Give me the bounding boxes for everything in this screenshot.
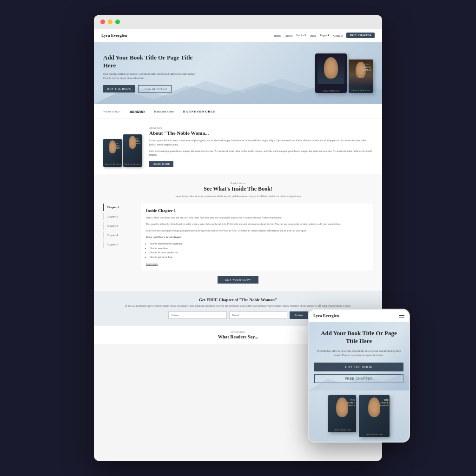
chapter-2-item[interactable]: Chapter 2 — [103, 213, 136, 220]
mobile-mockup: ▶ Lyra Everglen Add Your Book Title Or P… — [308, 309, 410, 443]
mobile-book-title-2: THENOBLEWOMAN — [379, 399, 389, 407]
chapter-content-hidden: This panel is hidden by default and reve… — [146, 222, 368, 226]
nav-free-chapter-button[interactable]: FREE CHAPTER — [346, 33, 375, 38]
bn-logo[interactable]: BARNES&NOBLE — [183, 110, 216, 113]
hero-subtitle: Orci dapibus ultrices in iaculis. Commod… — [103, 72, 196, 80]
nav-about[interactable]: About — [285, 34, 292, 37]
chapter-1-item[interactable]: Chapter 1 — [103, 204, 136, 211]
where-to-buy-section: Where to buy: amazon Rakuten kobo BARNES… — [94, 104, 382, 119]
chapter-content-intro: Write a short text about your tab that w… — [146, 216, 368, 220]
book-author-label: LYRA EVERGLEN — [349, 89, 373, 92]
browser-dot-yellow[interactable] — [108, 20, 112, 24]
learning-item-1: How to become more organized — [150, 242, 368, 246]
site-navigation: Lyra Everglen Home About Books ▾ Blog Pa… — [94, 29, 382, 42]
chapter-list: Chapter 1 Chapter 2 Chapter 3 Chapter 4 … — [103, 204, 136, 271]
svg-marker-2 — [309, 374, 409, 390]
tablet-author-label: LYRA EVERGLEN — [315, 90, 347, 92]
mobile-hero-title: Add Your Book Title Or Page Title Here — [314, 330, 403, 345]
signup-submit-button[interactable]: Submit — [290, 311, 308, 319]
book-tablet-cover: LYRA EVERGLEN — [315, 53, 347, 93]
mobile-book-cover-2: THENOBLEWOMAN LYRA EVERGLEN — [359, 395, 390, 437]
get-your-copy-button[interactable]: GET YOUR COPY — [218, 276, 258, 284]
nav-links: Home About Books ▾ Blog Pages ▾ Contact … — [274, 33, 375, 38]
hero-buttons: BUY THE BOOK FREE CHAPTER — [103, 85, 196, 93]
mobile-hero-text: Orci dapibus ultrices in iaculis. Commod… — [314, 349, 403, 358]
learn-more-link[interactable]: Learn more — [146, 263, 158, 265]
about-book-author-2: LYRA EVERGLEN — [123, 163, 142, 165]
hero-text-block: Add Your Book Title Or Page Title Here O… — [103, 54, 196, 93]
nav-books[interactable]: Books ▾ — [296, 33, 306, 37]
hamburger-line-2 — [399, 315, 404, 316]
about-title: About "The Noble Woma... — [149, 130, 373, 136]
signup-subtitle: If this is a prelaunch page or your prog… — [103, 304, 373, 308]
hamburger-line-1 — [399, 314, 404, 315]
chapter-content-nav: Tabs help users navigate through grouped… — [146, 229, 368, 233]
mobile-book-cover-1: THENOBLEWOMAN LYRA EVERGLEN — [328, 395, 356, 432]
mobile-mountain-background — [309, 372, 409, 390]
browser-dot-green[interactable] — [115, 20, 120, 24]
hamburger-menu[interactable] — [399, 314, 404, 318]
about-book-author: LYRA EVERGLEN — [103, 163, 122, 165]
nav-blog[interactable]: Blog — [310, 34, 316, 37]
what-you-learn-label: What you'll learn in this chapter: — [146, 235, 368, 239]
nav-home[interactable]: Home — [274, 34, 281, 37]
signup-email-input[interactable] — [229, 311, 288, 319]
about-book-small: THENOBLEWOMAN LYRA EVERGLEN — [103, 139, 122, 167]
browser-toolbar — [94, 15, 382, 29]
nav-contact[interactable]: Contact — [333, 34, 343, 37]
about-para-2: Cum sociis natoque penatibus et magnis d… — [149, 149, 373, 158]
free-chapter-button[interactable]: FREE CHAPTER — [138, 85, 172, 93]
amazon-logo[interactable]: amazon — [130, 109, 145, 114]
about-text-block: About book About "The Noble Woma... Lore… — [149, 126, 373, 167]
features-label: Book features — [103, 182, 373, 185]
hero-section: Add Your Book Title Or Page Title Here O… — [94, 42, 382, 104]
about-books-image: THENOBLEWOMAN LYRA EVERGLEN THENOBLEWOMA… — [103, 126, 142, 167]
mobile-book-author-2: LYRA EVERGLEN — [359, 433, 390, 436]
nav-pages[interactable]: Pages ▾ — [320, 33, 330, 37]
chapter-5-item[interactable]: Chapter 5 — [103, 241, 136, 248]
chapter-content-title: Inside Chapter 1 — [146, 208, 368, 213]
signup-name-input[interactable] — [168, 311, 227, 319]
learning-item-3: How to be more productive — [150, 251, 368, 255]
chapters-layout: Chapter 1 Chapter 2 Chapter 3 Chapter 4 … — [103, 204, 373, 271]
kobo-logo[interactable]: Rakuten kobo — [154, 110, 173, 113]
site-logo: Lyra Everglen — [101, 33, 127, 38]
features-subtitle: Lorem ipsum dolor sit amet, consectetur … — [103, 194, 373, 198]
chapter-content-panel: Inside Chapter 1 Write a short text abou… — [141, 204, 373, 271]
signup-title: Get FREE Chapter of "The Noble Woman" — [103, 298, 373, 302]
learning-list: How to become more organized How to save… — [146, 242, 368, 260]
mobile-buy-button[interactable]: BUY THE BOOK — [314, 363, 403, 371]
book-title-label: THENOBLEWOMAN — [362, 63, 371, 72]
browser-dot-red[interactable] — [100, 20, 105, 24]
where-to-buy-label: Where to buy: — [103, 110, 120, 113]
about-label: About book — [149, 126, 373, 129]
learn-more-button[interactable]: LEARN MORE — [149, 161, 173, 167]
buy-book-button[interactable]: BUY THE BOOK — [103, 85, 135, 93]
mobile-navigation: Lyra Everglen — [309, 310, 409, 322]
mobile-logo: Lyra Everglen — [313, 313, 339, 318]
about-book-title-2: THENOBLEWOMAN — [132, 138, 140, 145]
hero-title: Add Your Book Title Or Page Title Here — [103, 54, 196, 70]
about-para-1: Lorem ipsum dolor sit amet, consectetur … — [149, 139, 373, 147]
chapter-4-item[interactable]: Chapter 4 — [103, 231, 136, 239]
hero-book-covers: LYRA EVERGLEN THENOBLEWOMAN LYRA EVERGLE… — [315, 53, 373, 93]
learning-item-2: How to save time — [150, 246, 368, 251]
mobile-hero-section: Add Your Book Title Or Page Title Here O… — [309, 322, 409, 390]
signup-form: Submit — [168, 311, 308, 319]
hamburger-line-3 — [399, 317, 404, 318]
features-section: Book features See What's Inside The Book… — [94, 174, 382, 291]
learning-item-4: How to get more done — [150, 255, 368, 260]
chapter-3-item[interactable]: Chapter 3 — [103, 222, 136, 230]
website-content: Lyra Everglen Home About Books ▾ Blog Pa… — [94, 29, 382, 344]
book-print-cover: THENOBLEWOMAN LYRA EVERGLEN — [349, 60, 373, 93]
mobile-book-author-1: LYRA EVERGLEN — [328, 429, 356, 431]
about-book-title: THENOBLEWOMAN — [112, 143, 120, 149]
about-book-large: THENOBLEWOMAN LYRA EVERGLEN — [123, 134, 142, 167]
about-section: THENOBLEWOMAN LYRA EVERGLEN THENOBLEWOMA… — [94, 119, 382, 174]
mobile-book-title-1: THENOBLEWOMAN — [345, 399, 355, 407]
mobile-books-section: THENOBLEWOMAN LYRA EVERGLEN THENOBLEWOMA… — [309, 390, 409, 442]
features-title: See What's Inside The Book! — [103, 185, 373, 192]
